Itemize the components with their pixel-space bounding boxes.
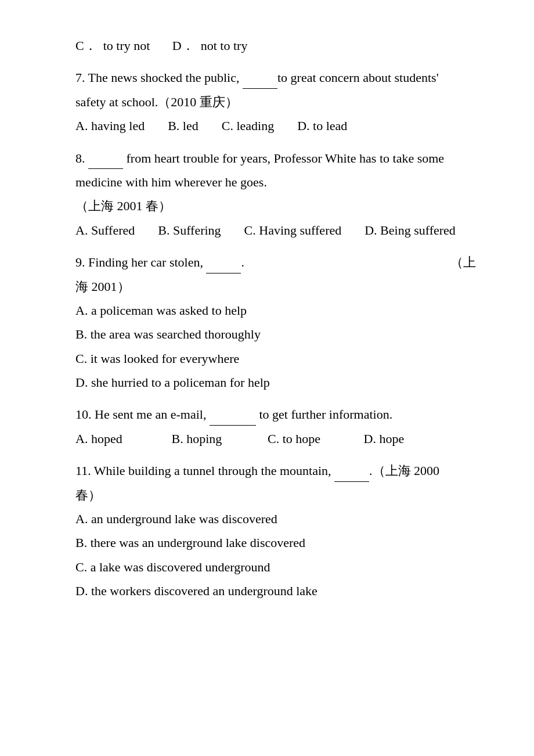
blank-9 (206, 258, 241, 273)
option-c-label: C． to try not D． not to try (75, 38, 247, 53)
question-9-source: （上 (450, 251, 476, 273)
q7-option-b: B. led (168, 115, 199, 136)
q8-option-d: D. Being suffered (365, 219, 456, 241)
question-8-source-text: （上海 2001 春） (75, 199, 171, 213)
blank-11 (334, 466, 369, 481)
q11-option-b: B. there was an underground lake discove… (75, 532, 476, 553)
question-9-text2: 海 2001） (75, 279, 130, 294)
question-7: 7. The news shocked the public, to great… (75, 67, 476, 136)
question-8-line2: medicine with him wherever he goes. (75, 171, 476, 193)
q11-option-c: C. a lake was discovered underground (75, 556, 476, 578)
q11-option-d: D. the workers discovered an underground… (75, 580, 476, 602)
question-8-options: A. Suffered B. Suffering C. Having suffe… (75, 219, 476, 241)
q8-option-b: B. Suffering (158, 219, 221, 241)
question-7-line2: safety at school.（2010 重庆） (75, 91, 476, 113)
q8-option-c: C. Having suffered (244, 219, 342, 241)
question-cd: C． to try not D． not to try (75, 35, 476, 56)
blank-8 (88, 154, 123, 169)
question-10-text1: 10. He sent me an e-mail, to get further… (75, 407, 392, 422)
question-8-source: （上海 2001 春） (75, 195, 476, 217)
blank-10 (210, 410, 256, 425)
question-11-text2: 春） (75, 488, 101, 502)
q9-option-b: B. the area was searched thoroughly (75, 323, 476, 345)
question-8-text1: 8. from heart trouble for years, Profess… (75, 151, 444, 165)
question-11-text1: 11. While building a tunnel through the … (75, 463, 439, 478)
q11-option-a: A. an underground lake was discovered (75, 508, 476, 530)
q9-option-d: D. she hurried to a policeman for help (75, 372, 476, 393)
question-8-line1: 8. from heart trouble for years, Profess… (75, 147, 476, 169)
q7-option-d: D. to lead (297, 115, 347, 136)
question-7-line1: 7. The news shocked the public, to great… (75, 67, 476, 88)
question-7-options: A. having led B. led C. leading D. to le… (75, 115, 476, 136)
q10-option-c: C. to hope (268, 428, 360, 449)
question-7-text1: 7. The news shocked the public, to great… (75, 70, 439, 85)
question-9: 9. Finding her car stolen, . （上 海 2001） … (75, 251, 476, 393)
q9-option-a: A. a policeman was asked to help (75, 300, 476, 321)
q9-option-c: C. it was looked for everywhere (75, 348, 476, 369)
q7-option-c: C. leading (222, 115, 274, 136)
question-11-line1: 11. While building a tunnel through the … (75, 460, 476, 481)
question-8: 8. from heart trouble for years, Profess… (75, 147, 476, 242)
question-8-text2: medicine with him wherever he goes. (75, 175, 267, 189)
question-9-line2: 海 2001） (75, 276, 476, 297)
question-cd-line: C． to try not D． not to try (75, 35, 476, 56)
question-7-text2: safety at school.（2010 重庆） (75, 95, 238, 109)
question-10: 10. He sent me an e-mail, to get further… (75, 404, 476, 449)
question-9-line1: 9. Finding her car stolen, . （上 (75, 251, 476, 273)
blank-7 (243, 73, 277, 88)
question-10-options: A. hoped B. hoping C. to hope D. hope (75, 428, 476, 449)
question-11: 11. While building a tunnel through the … (75, 460, 476, 602)
q10-option-a: A. hoped (75, 428, 168, 449)
question-9-text1: 9. Finding her car stolen, . (75, 255, 244, 269)
question-10-line1: 10. He sent me an e-mail, to get further… (75, 404, 476, 425)
question-11-line2: 春） (75, 484, 476, 506)
q7-option-a: A. having led (75, 115, 145, 136)
q10-option-b: B. hoping (172, 428, 265, 449)
q8-option-a: A. Suffered (75, 219, 135, 241)
q10-option-d: D. hope (364, 428, 405, 449)
